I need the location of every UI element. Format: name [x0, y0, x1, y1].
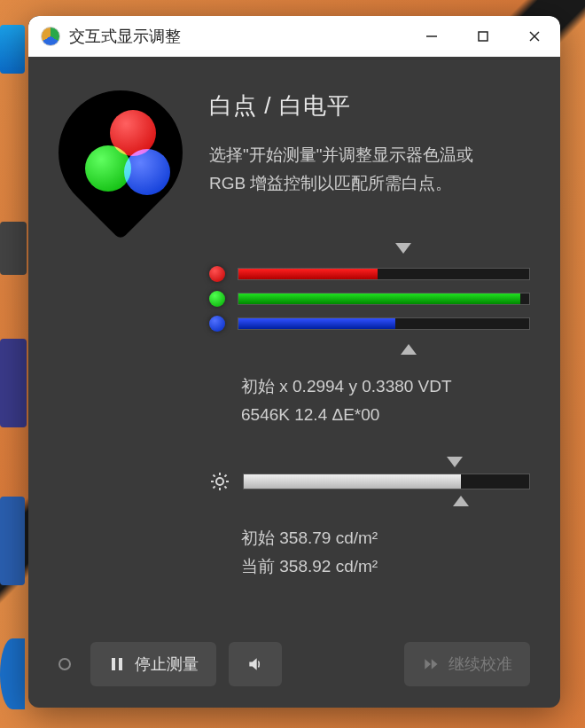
blue-slider[interactable] [209, 316, 530, 332]
svg-line-10 [224, 486, 226, 488]
whitepoint-readout: 初始 x 0.2994 y 0.3380 VDT 6546K 12.4 ΔE*0… [241, 372, 530, 430]
svg-line-11 [214, 486, 215, 488]
app-icon [41, 27, 60, 46]
desktop-icon [0, 25, 25, 74]
desc-line: RGB 增益控制以匹配所需白点。 [209, 169, 530, 198]
green-slider[interactable] [209, 291, 530, 307]
readout-line: 初始 x 0.2994 y 0.3380 VDT [241, 372, 530, 401]
svg-rect-1 [479, 32, 488, 41]
green-fill [238, 294, 520, 304]
close-button[interactable] [509, 16, 560, 57]
section-description: 选择"开始测量"并调整显示器色温或 RGB 增益控制以匹配所需白点。 [209, 141, 530, 199]
play-forward-icon [422, 655, 440, 673]
bottom-toolbar: 停止测量 继续校准 [58, 624, 530, 686]
desktop-icon [0, 339, 27, 427]
readout-line: 当前 358.92 cd/m² [241, 552, 530, 581]
red-dot-icon [209, 266, 225, 282]
maximize-button[interactable] [457, 16, 509, 57]
svg-line-12 [224, 474, 226, 476]
sound-button[interactable] [229, 642, 282, 686]
brightness-readout: 初始 358.79 cd/m² 当前 358.92 cd/m² [241, 524, 530, 582]
rgb-sliders [209, 241, 530, 356]
svg-point-4 [216, 478, 223, 485]
section-title: 白点 / 白电平 [209, 90, 530, 121]
brightness-icon [209, 471, 230, 492]
status-indicator-icon [58, 658, 71, 670]
brightness-block [209, 455, 530, 508]
desktop-icon [0, 497, 25, 585]
desc-line: 选择"开始测量"并调整显示器色温或 [209, 141, 530, 169]
desktop-icon [0, 222, 27, 275]
pause-icon [108, 655, 126, 673]
button-label: 继续校准 [448, 654, 512, 675]
current-marker-icon [453, 496, 469, 506]
brightness-fill [244, 474, 461, 489]
blue-dot-icon [209, 316, 225, 332]
red-fill [238, 269, 378, 279]
speaker-icon [246, 655, 264, 673]
rgb-logo-icon [58, 90, 183, 215]
readout-line: 初始 358.79 cd/m² [241, 524, 530, 552]
button-label: 停止测量 [135, 654, 199, 675]
blue-fill [238, 318, 395, 329]
window-title: 交互式显示调整 [69, 26, 406, 47]
green-dot-icon [209, 291, 225, 307]
target-marker-icon [395, 243, 411, 254]
target-marker-icon [447, 457, 463, 467]
titlebar[interactable]: 交互式显示调整 [28, 16, 560, 57]
continue-calibrate-button[interactable]: 继续校准 [404, 642, 530, 686]
minimize-button[interactable] [406, 16, 457, 57]
current-marker-icon [401, 344, 417, 355]
svg-rect-13 [112, 658, 115, 670]
brightness-slider[interactable] [209, 471, 530, 492]
readout-line: 6546K 12.4 ΔE*00 [241, 401, 530, 429]
calibration-window: 交互式显示调整 白点 / 白电平 选择"开始测量"并调整显示器色温或 RGB 增… [28, 16, 560, 708]
desktop-icon [0, 638, 25, 709]
svg-rect-14 [119, 658, 122, 670]
red-slider[interactable] [209, 266, 530, 282]
stop-measure-button[interactable]: 停止测量 [90, 642, 216, 686]
content-area: 白点 / 白电平 选择"开始测量"并调整显示器色温或 RGB 增益控制以匹配所需… [28, 57, 560, 708]
svg-line-9 [214, 474, 215, 476]
